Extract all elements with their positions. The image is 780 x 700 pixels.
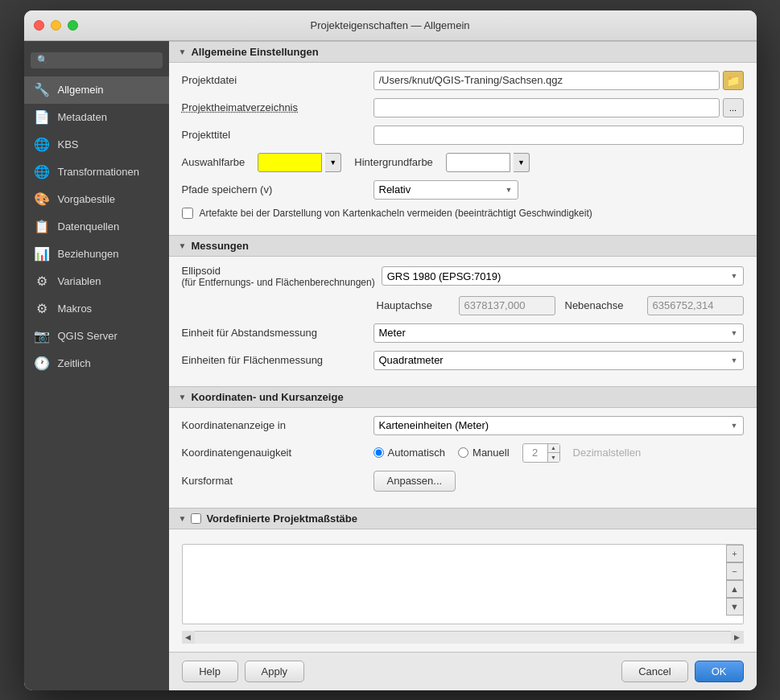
zeitlich-icon: 🕐 [34,356,50,372]
sidebar-label-beziehungen: Beziehungen [58,248,119,260]
stepper-up-button[interactable]: ▲ [548,444,559,453]
pred-up-button[interactable]: ▲ [726,580,744,598]
pred-add-button[interactable]: + [726,545,744,562]
projektheimatverzeichnis-label: Projektheimatverzeichnis [182,101,367,113]
koordinatenanzeige-select[interactable]: Karteneinheiten (Meter) ▼ [373,416,744,435]
dezimal-value[interactable] [523,447,547,459]
section-title-projektmassstabe: Vordefinierte Projektmaßstäbe [206,513,357,525]
sidebar-item-makros[interactable]: ⚙ Makros [24,295,169,323]
koordinatenanzeige-row: Koordinatenanzeige in Karteneinheiten (M… [182,416,744,435]
sidebar-label-makros: Makros [58,303,93,315]
scrollable-content[interactable]: ▼ Allgemeine Einstellungen Projektdatei … [169,41,757,652]
main-content: 🔍 🔧 Allgemein 📄 Metadaten 🌐 KBS 🌐 Transf… [24,41,757,690]
sidebar-item-beziehungen[interactable]: 📊 Beziehungen [24,241,169,268]
apply-button[interactable]: Apply [245,661,305,682]
ellipsoid-row: Ellipsoid (für Entfernungs- und Flächenb… [182,265,744,288]
section-arrow-koordinaten: ▼ [179,393,187,401]
auswahlfarbe-group: ▼ [258,153,341,172]
section-messungen-header[interactable]: ▼ Messungen [169,235,757,257]
horizontal-scrollbar[interactable]: ◀ ▶ [182,631,744,644]
projektmassstabe-checkbox[interactable] [191,513,201,524]
einheit-flaeche-arrow: ▼ [731,356,738,364]
cancel-button[interactable]: Cancel [621,661,687,682]
sidebar-item-transformationen[interactable]: 🌐 Transformationen [24,159,169,186]
sidebar-item-datenquellen[interactable]: 📋 Datenquellen [24,213,169,241]
scroll-track [195,632,731,644]
scroll-right-button[interactable]: ▶ [731,631,744,644]
section-projektmassstabe-header[interactable]: ▼ Vordefinierte Projektmaßstäbe [169,508,757,529]
sidebar-item-metadaten[interactable]: 📄 Metadaten [24,104,169,131]
projektdatei-input[interactable] [373,71,720,90]
einheit-flaeche-select[interactable]: Quadratmeter ▼ [373,351,744,370]
section-arrow-projektmassstabe: ▼ [179,514,187,523]
auswahlfarbe-swatch[interactable] [258,153,322,172]
scroll-left-button[interactable]: ◀ [182,631,195,644]
datenquellen-icon: 📋 [34,219,50,235]
sidebar-item-vorgabestile[interactable]: 🎨 Vorgabestile [24,186,169,213]
variablen-icon: ⚙ [34,274,50,290]
sidebar-item-variablen[interactable]: ⚙ Variablen [24,268,169,295]
projektheimatverzeichnis-row: Projektheimatverzeichnis ... [182,98,744,117]
search-box[interactable]: 🔍 [31,52,163,68]
help-button[interactable]: Help [182,661,238,682]
sidebar-label-zeitlich: Zeitlich [58,357,91,369]
auswahlfarbe-dropdown[interactable]: ▼ [325,153,341,172]
dezimal-stepper[interactable]: ▲ ▼ [522,443,560,463]
hauptachse-input[interactable] [459,296,555,315]
section-allgemeine-body: Projektdatei 📁 Projektheimatverzeichnis … [169,63,757,235]
section-allgemeine-header[interactable]: ▼ Allgemeine Einstellungen [169,41,757,63]
manuell-radio[interactable] [458,447,468,458]
automatisch-radio[interactable] [373,447,384,458]
sidebar-item-allgemein[interactable]: 🔧 Allgemein [24,76,169,104]
sidebar-label-transformationen: Transformationen [58,166,139,178]
projekttitel-label: Projekttitel [182,129,367,141]
minimize-button[interactable] [51,20,61,31]
pred-down-button[interactable]: ▼ [726,598,744,616]
sidebar-item-qgis-server[interactable]: 📷 QGIS Server [24,323,169,350]
close-button[interactable] [34,20,44,31]
manuell-radio-item[interactable]: Manuell [458,447,510,459]
pfade-label: Pfade speichern (v) [182,183,367,196]
hintergrundfarbe-dropdown[interactable]: ▼ [514,153,530,172]
stepper-down-button[interactable]: ▼ [548,453,559,462]
projektheimatverzeichnis-browse-button[interactable]: ... [723,98,744,117]
pred-remove-button[interactable]: − [726,562,744,580]
projektheimatverzeichnis-input[interactable] [373,98,720,117]
hauptachse-label: Hauptachse [377,299,449,311]
section-projektmassstabe-body: + − ▲ ▼ ◀ ▶ [169,529,757,652]
ellipsoid-select[interactable]: GRS 1980 (EPSG:7019) ▼ [382,266,744,286]
search-icon: 🔍 [37,55,48,65]
stepper-arrows: ▲ ▼ [547,444,559,462]
sidebar-label-allgemein: Allgemein [58,84,104,96]
nebenachse-input[interactable] [647,296,744,315]
search-input[interactable] [53,55,156,66]
einheit-flaeche-value: Quadratmeter [379,354,731,366]
artefakte-checkbox[interactable] [182,208,193,219]
kbs-icon: 🌐 [34,137,50,153]
section-messungen-body: Ellipsoid (für Entfernungs- und Flächenb… [169,257,757,386]
kursformat-label: Kursformat [182,475,367,487]
projekttitel-row: Projekttitel [182,126,744,145]
ok-button[interactable]: OK [695,661,744,682]
projekttitel-input[interactable] [373,126,744,145]
main-window: Projekteigenschaften — Allgemein 🔍 🔧 All… [24,10,757,690]
predefined-scales-area[interactable]: + − ▲ ▼ [182,544,744,624]
projektdatei-label: Projektdatei [182,74,367,86]
ellipsoid-label-line2: (für Entfernungs- und Flächenberechnunge… [182,277,375,288]
pfade-select[interactable]: Relativ ▼ [373,180,518,200]
maximize-button[interactable] [68,20,78,31]
projektdatei-browse-button[interactable]: 📁 [723,71,744,90]
einheit-abstand-select[interactable]: Meter ▼ [373,323,744,343]
automatisch-radio-item[interactable]: Automatisch [373,447,446,459]
section-koordinaten-header[interactable]: ▼ Koordinaten- und Kursanzeige [169,386,757,408]
sidebar-item-kbs[interactable]: 🌐 KBS [24,131,169,159]
dezimalstellen-label: Dezimalstellen [573,447,642,459]
anpassen-button[interactable]: Anpassen... [373,471,456,492]
koordinatengenauigkeit-label: Koordinatengenauigkeit [182,447,367,459]
sidebar-item-zeitlich[interactable]: 🕐 Zeitlich [24,350,169,377]
koordinatengenauigkeit-row: Koordinatengenauigkeit Automatisch Manue… [182,443,744,463]
hintergrundfarbe-swatch[interactable] [446,153,510,172]
koordinatenanzeige-arrow: ▼ [731,422,738,430]
window-title: Projekteigenschaften — Allgemein [310,19,469,31]
sidebar-label-datenquellen: Datenquellen [58,220,120,233]
